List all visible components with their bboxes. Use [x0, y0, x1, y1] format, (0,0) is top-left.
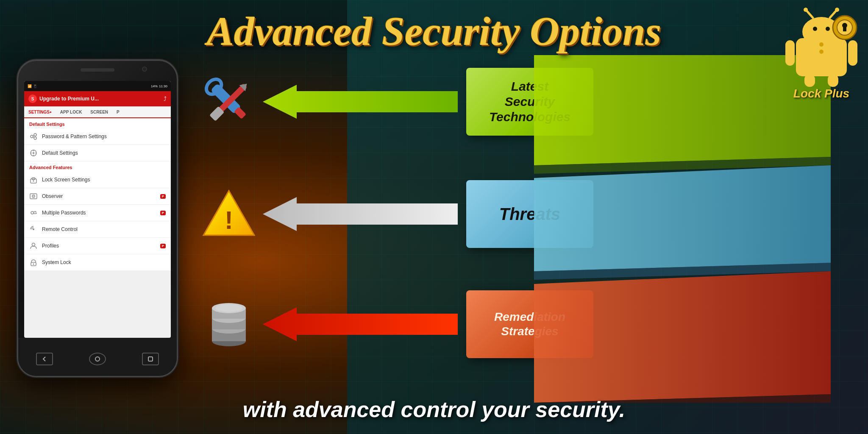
system-lock-label: System Lock [42, 259, 166, 265]
phone-button-left-3 [17, 150, 18, 171]
tab-app-lock[interactable]: APP LOCK [56, 106, 86, 118]
menu-item-observer[interactable]: Observer P [24, 188, 171, 205]
phone: 📶 📱 14% 11:30 S Upgrade to Premium U... … [17, 59, 178, 377]
lock-plus-label: Lock Plus [793, 87, 849, 100]
menu-item-system-lock[interactable]: System Lock [24, 254, 171, 271]
phone-button-left-1 [17, 103, 18, 116]
svg-point-13 [819, 50, 823, 54]
share-icon[interactable]: ⤴ [164, 95, 167, 102]
observer-label: Observer [42, 193, 156, 199]
phone-button-left-2 [17, 122, 18, 143]
phone-camera [142, 67, 147, 72]
phone-outer: 📶 📱 14% 11:30 S Upgrade to Premium U... … [17, 59, 178, 377]
profiles-label: Profiles [42, 243, 156, 249]
svg-line-6 [830, 11, 836, 18]
warning-icon-container: ! [195, 189, 263, 239]
phone-screen: 📶 📱 14% 11:30 S Upgrade to Premium U... … [24, 81, 171, 338]
menu-item-multiple-passwords[interactable]: Multiple Passwords P [24, 205, 171, 221]
warning-icon: ! [201, 189, 256, 239]
svg-rect-17 [843, 26, 846, 31]
svg-marker-52 [263, 85, 458, 119]
diagram-row-2: ! Threats [195, 180, 593, 248]
multiple-passwords-label: Multiple Passwords [42, 210, 156, 216]
default-settings-icon [29, 149, 38, 157]
page-title: Advanced Security Options [207, 8, 661, 55]
svg-point-34 [33, 196, 34, 197]
tab-screen[interactable]: SCREEN [86, 106, 112, 118]
menu-item-lock-screen[interactable]: Lock Screen Settings [24, 172, 171, 188]
lock-screen-icon [29, 175, 38, 184]
time-text: 11:30 [159, 84, 167, 88]
nav-recent-button[interactable] [142, 353, 159, 365]
menu-item-default-settings[interactable]: Default Settings [24, 145, 171, 161]
battery-text: 14% [151, 84, 158, 88]
phone-button-right [177, 111, 178, 133]
svg-point-5 [804, 8, 808, 12]
coins-icon [201, 299, 256, 350]
tab-more[interactable]: P [112, 106, 124, 118]
white-arrow [263, 197, 458, 231]
svg-point-63 [215, 304, 242, 312]
tools-icon [199, 72, 259, 131]
multiple-passwords-icon [29, 209, 38, 217]
svg-point-12 [819, 42, 823, 47]
profiles-icon [29, 242, 38, 250]
phone-speaker [81, 68, 114, 72]
svg-point-18 [31, 135, 33, 138]
menu-item-profiles[interactable]: Profiles P [24, 238, 171, 254]
signal-icon: 📱 [33, 84, 37, 88]
svg-point-3 [826, 27, 830, 31]
diagram-section: Latest Security Technologies ! [195, 55, 831, 411]
coins-icon-container [195, 299, 263, 350]
tools-icon-container [195, 72, 263, 131]
nav-back-button[interactable] [36, 353, 53, 365]
svg-point-24 [33, 152, 34, 154]
svg-marker-64 [263, 307, 458, 341]
multiple-passwords-badge: P [160, 211, 166, 215]
app-bar: S Upgrade to Premium U... ⤴ [24, 91, 171, 106]
remote-control-icon [29, 225, 38, 234]
diagram-row-3: Remediation Strategies [195, 290, 593, 358]
wifi-icon: 📶 [28, 84, 32, 88]
svg-point-35 [31, 211, 33, 214]
svg-point-20 [34, 137, 36, 139]
android-logo-icon [783, 4, 860, 89]
svg-marker-55 [263, 197, 458, 231]
svg-point-2 [813, 27, 817, 31]
app-bar-title: S Upgrade to Premium U... [28, 95, 99, 103]
svg-rect-11 [828, 74, 838, 87]
svg-point-43 [33, 264, 34, 265]
menu-item-remote-control[interactable]: Remote Control [24, 221, 171, 238]
red-arrow [263, 307, 458, 341]
svg-line-21 [33, 135, 34, 136]
password-pattern-label: Password & Pattern Settings [42, 134, 166, 139]
svg-point-19 [34, 134, 36, 136]
observer-icon [29, 192, 38, 200]
remote-control-label: Remote Control [42, 226, 166, 232]
svg-point-7 [835, 8, 839, 12]
menu-item-password-pattern[interactable]: Password & Pattern Settings [24, 128, 171, 145]
svg-rect-9 [848, 40, 857, 66]
app-logo-icon: S [28, 95, 37, 103]
password-pattern-icon [29, 132, 38, 141]
status-icons-left: 📶 📱 [28, 84, 37, 88]
svg-point-44 [95, 357, 100, 361]
logo-area: Lock Plus [783, 4, 860, 100]
svg-line-22 [33, 136, 34, 138]
svg-line-4 [807, 11, 813, 18]
tab-settings[interactable]: SETTINGS ● [24, 106, 56, 118]
system-lock-icon [29, 258, 38, 267]
green-arrow [263, 85, 458, 119]
observer-badge: P [160, 194, 166, 199]
svg-rect-45 [148, 357, 153, 361]
status-bar: 📶 📱 14% 11:30 [24, 81, 171, 91]
svg-rect-8 [785, 40, 795, 66]
3d-taper-shape [534, 55, 831, 403]
nav-home-button[interactable] [89, 353, 106, 365]
svg-text:!: ! [225, 206, 233, 234]
phone-nav [18, 338, 177, 376]
svg-point-40 [33, 228, 34, 230]
svg-rect-10 [804, 74, 815, 87]
page-subtitle: with advanced control your security. [243, 397, 626, 422]
status-icons-right: 14% 11:30 [151, 84, 167, 88]
